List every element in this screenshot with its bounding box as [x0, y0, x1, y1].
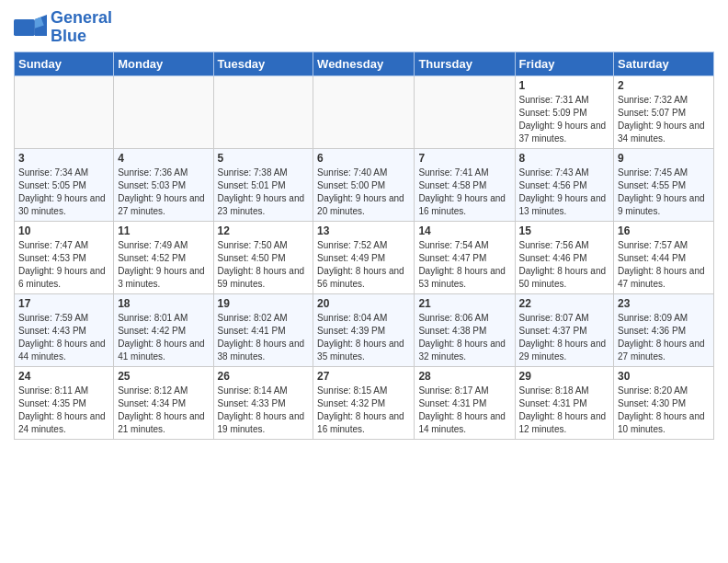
calendar-cell: 16Sunrise: 7:57 AM Sunset: 4:44 PM Dayli… [614, 221, 714, 293]
calendar-cell: 21Sunrise: 8:06 AM Sunset: 4:38 PM Dayli… [415, 293, 515, 366]
logo-icon [14, 15, 47, 40]
calendar-cell: 18Sunrise: 8:01 AM Sunset: 4:42 PM Dayli… [114, 293, 213, 366]
calendar-weekday-monday: Monday [114, 52, 213, 75]
day-info: Sunrise: 7:57 AM Sunset: 4:44 PM Dayligh… [618, 239, 710, 291]
day-info: Sunrise: 7:38 AM Sunset: 5:01 PM Dayligh… [218, 167, 310, 218]
day-info: Sunrise: 8:01 AM Sunset: 4:42 PM Dayligh… [118, 312, 209, 363]
day-number: 7 [418, 152, 510, 165]
calendar-cell: 10Sunrise: 7:47 AM Sunset: 4:53 PM Dayli… [15, 221, 114, 293]
day-number: 27 [317, 370, 410, 383]
day-number: 14 [418, 224, 510, 237]
day-number: 10 [18, 224, 109, 237]
day-info: Sunrise: 7:54 AM Sunset: 4:47 PM Dayligh… [418, 239, 510, 291]
day-info: Sunrise: 8:15 AM Sunset: 4:32 PM Dayligh… [317, 385, 410, 436]
day-number: 20 [317, 297, 410, 310]
calendar-cell: 12Sunrise: 7:50 AM Sunset: 4:50 PM Dayli… [213, 221, 313, 293]
day-number: 8 [519, 152, 610, 165]
day-info: Sunrise: 8:12 AM Sunset: 4:34 PM Dayligh… [118, 385, 209, 436]
day-info: Sunrise: 7:47 AM Sunset: 4:53 PM Dayligh… [18, 239, 109, 291]
calendar-cell: 8Sunrise: 7:43 AM Sunset: 4:56 PM Daylig… [515, 148, 614, 221]
calendar-weekday-sunday: Sunday [15, 52, 114, 75]
calendar-week-3: 10Sunrise: 7:47 AM Sunset: 4:53 PM Dayli… [15, 221, 714, 293]
calendar-cell: 30Sunrise: 8:20 AM Sunset: 4:30 PM Dayli… [614, 366, 714, 439]
day-number: 5 [218, 152, 310, 165]
day-info: Sunrise: 7:56 AM Sunset: 4:46 PM Dayligh… [519, 239, 610, 291]
day-info: Sunrise: 8:14 AM Sunset: 4:33 PM Dayligh… [218, 385, 310, 436]
calendar-cell: 19Sunrise: 8:02 AM Sunset: 4:41 PM Dayli… [213, 293, 313, 366]
day-number: 29 [519, 370, 610, 383]
header: General Blue [14, 9, 714, 46]
calendar-cell: 27Sunrise: 8:15 AM Sunset: 4:32 PM Dayli… [313, 366, 415, 439]
day-number: 17 [18, 297, 109, 310]
calendar-cell: 13Sunrise: 7:52 AM Sunset: 4:49 PM Dayli… [313, 221, 415, 293]
calendar-cell: 14Sunrise: 7:54 AM Sunset: 4:47 PM Dayli… [415, 221, 515, 293]
day-info: Sunrise: 7:36 AM Sunset: 5:03 PM Dayligh… [118, 167, 209, 218]
day-info: Sunrise: 7:41 AM Sunset: 4:58 PM Dayligh… [418, 167, 510, 218]
calendar-cell: 1Sunrise: 7:31 AM Sunset: 5:09 PM Daylig… [515, 75, 614, 148]
day-number: 18 [118, 297, 209, 310]
calendar-weekday-thursday: Thursday [415, 52, 515, 75]
day-number: 2 [618, 79, 710, 92]
day-info: Sunrise: 8:02 AM Sunset: 4:41 PM Dayligh… [218, 312, 310, 363]
day-number: 13 [317, 224, 410, 237]
calendar-cell [415, 75, 515, 148]
calendar-cell: 23Sunrise: 8:09 AM Sunset: 4:36 PM Dayli… [614, 293, 714, 366]
calendar-week-1: 1Sunrise: 7:31 AM Sunset: 5:09 PM Daylig… [15, 75, 714, 148]
calendar-cell: 7Sunrise: 7:41 AM Sunset: 4:58 PM Daylig… [415, 148, 515, 221]
calendar-weekday-wednesday: Wednesday [313, 52, 415, 75]
day-number: 28 [418, 370, 510, 383]
day-number: 16 [618, 224, 710, 237]
day-number: 26 [218, 370, 310, 383]
logo-text-blue: Blue [51, 28, 112, 46]
calendar-cell: 9Sunrise: 7:45 AM Sunset: 4:55 PM Daylig… [614, 148, 714, 221]
day-info: Sunrise: 8:18 AM Sunset: 4:31 PM Dayligh… [519, 385, 610, 436]
day-info: Sunrise: 8:17 AM Sunset: 4:31 PM Dayligh… [418, 385, 510, 436]
day-number: 19 [218, 297, 310, 310]
day-number: 24 [18, 370, 109, 383]
day-info: Sunrise: 8:11 AM Sunset: 4:35 PM Dayligh… [18, 385, 109, 436]
day-number: 1 [519, 79, 610, 92]
calendar-cell: 25Sunrise: 8:12 AM Sunset: 4:34 PM Dayli… [114, 366, 213, 439]
day-number: 23 [618, 297, 710, 310]
calendar-week-5: 24Sunrise: 8:11 AM Sunset: 4:35 PM Dayli… [15, 366, 714, 439]
calendar-cell: 5Sunrise: 7:38 AM Sunset: 5:01 PM Daylig… [213, 148, 313, 221]
calendar-table: SundayMondayTuesdayWednesdayThursdayFrid… [14, 52, 714, 440]
calendar-cell: 4Sunrise: 7:36 AM Sunset: 5:03 PM Daylig… [114, 148, 213, 221]
logo: General Blue [14, 9, 112, 46]
day-number: 11 [118, 224, 209, 237]
calendar-cell: 20Sunrise: 8:04 AM Sunset: 4:39 PM Dayli… [313, 293, 415, 366]
day-number: 6 [317, 152, 410, 165]
calendar-week-2: 3Sunrise: 7:34 AM Sunset: 5:05 PM Daylig… [15, 148, 714, 221]
day-info: Sunrise: 7:31 AM Sunset: 5:09 PM Dayligh… [519, 94, 610, 145]
day-number: 22 [519, 297, 610, 310]
day-info: Sunrise: 7:43 AM Sunset: 4:56 PM Dayligh… [519, 167, 610, 218]
day-number: 21 [418, 297, 510, 310]
calendar-cell: 11Sunrise: 7:49 AM Sunset: 4:52 PM Dayli… [114, 221, 213, 293]
day-number: 3 [18, 152, 109, 165]
day-number: 30 [618, 370, 710, 383]
calendar-weekday-saturday: Saturday [614, 52, 714, 75]
calendar-cell: 2Sunrise: 7:32 AM Sunset: 5:07 PM Daylig… [614, 75, 714, 148]
day-info: Sunrise: 7:45 AM Sunset: 4:55 PM Dayligh… [618, 167, 710, 218]
calendar-cell [313, 75, 415, 148]
page-container: General Blue SundayMondayTuesdayWednesda… [0, 0, 728, 449]
calendar-cell: 28Sunrise: 8:17 AM Sunset: 4:31 PM Dayli… [415, 366, 515, 439]
svg-rect-0 [14, 19, 35, 36]
calendar-weekday-tuesday: Tuesday [213, 52, 313, 75]
day-info: Sunrise: 7:52 AM Sunset: 4:49 PM Dayligh… [317, 239, 410, 291]
calendar-cell [114, 75, 213, 148]
calendar-cell: 22Sunrise: 8:07 AM Sunset: 4:37 PM Dayli… [515, 293, 614, 366]
calendar-cell: 3Sunrise: 7:34 AM Sunset: 5:05 PM Daylig… [15, 148, 114, 221]
day-info: Sunrise: 8:20 AM Sunset: 4:30 PM Dayligh… [618, 385, 710, 436]
day-info: Sunrise: 8:09 AM Sunset: 4:36 PM Dayligh… [618, 312, 710, 363]
calendar-cell [15, 75, 114, 148]
calendar-week-4: 17Sunrise: 7:59 AM Sunset: 4:43 PM Dayli… [15, 293, 714, 366]
day-info: Sunrise: 7:34 AM Sunset: 5:05 PM Dayligh… [18, 167, 109, 218]
calendar-cell [213, 75, 313, 148]
day-info: Sunrise: 7:32 AM Sunset: 5:07 PM Dayligh… [618, 94, 710, 145]
calendar-cell: 26Sunrise: 8:14 AM Sunset: 4:33 PM Dayli… [213, 366, 313, 439]
calendar-cell: 6Sunrise: 7:40 AM Sunset: 5:00 PM Daylig… [313, 148, 415, 221]
calendar-cell: 17Sunrise: 7:59 AM Sunset: 4:43 PM Dayli… [15, 293, 114, 366]
day-number: 15 [519, 224, 610, 237]
calendar-weekday-friday: Friday [515, 52, 614, 75]
